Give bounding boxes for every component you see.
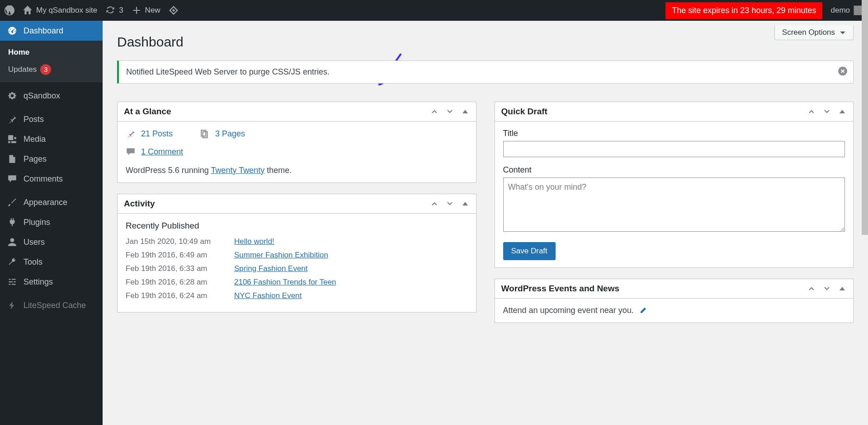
diamond-icon	[169, 5, 179, 15]
at-a-glance-box: At a Glance 21 Posts	[117, 102, 476, 183]
post-link[interactable]: NYC Fashion Event	[234, 291, 302, 300]
pages-icon	[7, 154, 17, 164]
admin-sidebar: Dashboard Home Updates 3 qSandbox Posts …	[0, 21, 103, 425]
pin-icon	[7, 114, 17, 124]
home-icon	[23, 5, 33, 15]
expire-banner: The site expires in 23 hours, 29 minutes	[665, 2, 822, 19]
site-name: My qSandbox site	[36, 6, 97, 15]
triangle-up-icon[interactable]	[461, 107, 470, 116]
triangle-up-icon[interactable]	[461, 199, 470, 208]
refresh-count: 3	[119, 6, 123, 15]
post-link[interactable]: Summer Fashion Exhibition	[234, 251, 328, 260]
bolt-icon	[7, 300, 17, 310]
sliders-icon	[7, 277, 17, 287]
quick-draft-title: Quick Draft	[501, 107, 547, 117]
notice-dismiss[interactable]	[838, 66, 848, 78]
activity-row: Feb 19th 2016, 6:28 am2106 Fashion Trend…	[126, 278, 468, 287]
activity-row: Jan 15th 2020, 10:49 amHello world!	[126, 237, 468, 246]
wp-events-title: WordPress Events and News	[501, 284, 620, 294]
chevron-up-icon[interactable]	[430, 199, 439, 208]
sidebar-subitem-home[interactable]: Home	[0, 44, 103, 61]
triangle-up-icon[interactable]	[838, 284, 847, 293]
plus-icon	[132, 5, 142, 15]
activity-title: Activity	[124, 199, 155, 209]
comments-count-link[interactable]: 1 Comment	[141, 147, 183, 157]
sidebar-item-dashboard[interactable]: Dashboard	[0, 21, 103, 41]
user-icon	[7, 237, 17, 247]
comment-icon	[7, 174, 17, 184]
dashboard-icon	[7, 26, 17, 36]
recently-published-heading: Recently Published	[126, 221, 468, 231]
plug-icon	[7, 217, 17, 227]
draft-content-textarea[interactable]	[503, 177, 845, 232]
sidebar-item-tools[interactable]: Tools	[0, 252, 103, 272]
chevron-up-icon[interactable]	[430, 107, 439, 116]
post-link[interactable]: Spring Fashion Event	[234, 264, 308, 273]
chevron-down-icon[interactable]	[445, 107, 454, 116]
screen-options-button[interactable]: Screen Options	[774, 25, 854, 40]
wrench-icon	[7, 257, 17, 267]
events-attend-text: Attend an upcoming event near you.	[503, 306, 634, 315]
admin-bar: My qSandbox site 3 New The site expires …	[0, 0, 868, 21]
user-name: demo	[830, 6, 850, 15]
sidebar-item-posts[interactable]: Posts	[0, 109, 103, 129]
pages-icon	[200, 129, 210, 139]
sidebar-item-users[interactable]: Users	[0, 232, 103, 252]
post-link[interactable]: Hello world!	[234, 237, 274, 246]
pin-icon	[126, 129, 136, 139]
wordpress-icon	[5, 5, 14, 15]
at-a-glance-title: At a Glance	[124, 107, 171, 117]
new-label: New	[145, 6, 160, 15]
user-menu[interactable]: demo	[830, 5, 863, 15]
chevron-down-icon[interactable]	[822, 284, 831, 293]
media-icon	[7, 134, 17, 144]
theme-link[interactable]: Twenty Twenty	[211, 166, 264, 175]
triangle-down-icon	[840, 29, 846, 36]
chevron-up-icon[interactable]	[807, 107, 816, 116]
refresh-icon	[105, 5, 115, 15]
sidebar-item-appearance[interactable]: Appearance	[0, 192, 103, 212]
content-label: Content	[503, 165, 845, 175]
posts-count-link[interactable]: 21 Posts	[141, 129, 173, 139]
sidebar-item-pages[interactable]: Pages	[0, 149, 103, 169]
close-icon	[838, 66, 848, 76]
edit-icon[interactable]	[638, 306, 647, 315]
notice-text: Notified LiteSpeed Web Server to purge C…	[126, 67, 330, 76]
activity-row: Feb 19th 2016, 6:49 amSummer Fashion Exh…	[126, 251, 468, 260]
draft-title-input[interactable]	[503, 141, 845, 157]
wp-events-box: WordPress Events and News Attend an upco…	[495, 279, 854, 323]
activity-row: Feb 19th 2016, 6:33 amSpring Fashion Eve…	[126, 264, 468, 273]
wp-logo[interactable]	[5, 5, 14, 15]
scrollbar-thumb[interactable]	[862, 0, 868, 235]
brush-icon	[7, 197, 17, 207]
site-name-link[interactable]: My qSandbox site	[23, 5, 97, 15]
refresh-link[interactable]: 3	[105, 5, 123, 15]
notice-success: Notified LiteSpeed Web Server to purge C…	[117, 61, 854, 84]
sidebar-item-qsandbox[interactable]: qSandbox	[0, 86, 103, 106]
chevron-down-icon[interactable]	[445, 199, 454, 208]
comment-icon	[126, 147, 136, 157]
activity-box: Activity Recently Published Jan 15th 202…	[117, 194, 476, 313]
chevron-down-icon[interactable]	[822, 107, 831, 116]
chevron-up-icon[interactable]	[807, 284, 816, 293]
sidebar-item-settings[interactable]: Settings	[0, 272, 103, 292]
save-draft-button[interactable]: Save Draft	[503, 242, 556, 260]
pages-count-link[interactable]: 3 Pages	[215, 129, 245, 139]
post-link[interactable]: 2106 Fashion Trends for Teen	[234, 278, 336, 287]
triangle-up-icon[interactable]	[838, 107, 847, 116]
sidebar-item-media[interactable]: Media	[0, 129, 103, 149]
new-link[interactable]: New	[132, 5, 160, 15]
quick-draft-box: Quick Draft Title Content Save Draft	[495, 102, 854, 268]
diamond-link[interactable]	[169, 5, 179, 15]
activity-row: Feb 19th 2016, 6:24 amNYC Fashion Event	[126, 291, 468, 300]
sidebar-item-litespeed[interactable]: LiteSpeed Cache	[0, 295, 103, 315]
main-content: Screen Options Dashboard Notified LiteSp…	[103, 21, 868, 425]
updates-badge: 3	[40, 64, 51, 75]
scrollbar[interactable]	[862, 0, 868, 425]
sidebar-item-comments[interactable]: Comments	[0, 169, 103, 189]
sidebar-item-plugins[interactable]: Plugins	[0, 212, 103, 232]
title-label: Title	[503, 129, 845, 138]
sidebar-subitem-updates[interactable]: Updates 3	[0, 61, 103, 79]
gear-icon	[7, 91, 17, 101]
wp-version-line: WordPress 5.6 running Twenty Twenty them…	[126, 166, 468, 175]
